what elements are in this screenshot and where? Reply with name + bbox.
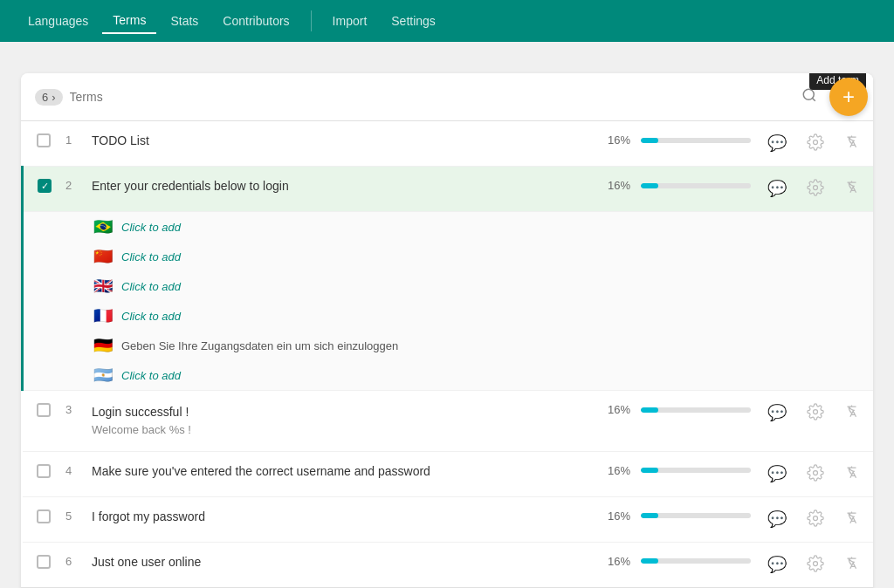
flag-ar: 🇦🇷 [93, 366, 113, 385]
translate-icon[interactable] [845, 509, 863, 527]
row-checkbox-3[interactable] [37, 403, 51, 417]
progress-pct: 16% [608, 509, 634, 523]
cell-checkbox [23, 391, 59, 452]
speech-bubble-icon[interactable]: 💬 [767, 180, 787, 197]
translation-text-fr[interactable]: Click to add [121, 310, 181, 323]
row-checkbox-4[interactable] [37, 464, 51, 478]
gear-icon[interactable] [807, 464, 824, 482]
translate-icon[interactable] [845, 403, 863, 420]
cell-checkbox [23, 542, 59, 587]
translation-row: 🇦🇷 Click to add [24, 360, 873, 390]
svg-point-0 [803, 89, 814, 99]
translation-text-gb[interactable]: Click to add [121, 280, 181, 293]
nav-stats[interactable]: Stats [160, 9, 209, 33]
gear-icon[interactable] [807, 403, 824, 420]
speech-bubble-icon[interactable]: 💬 [767, 404, 787, 421]
row-checkbox-2[interactable] [38, 179, 52, 193]
nav-languages[interactable]: Languages [17, 9, 99, 33]
translation-text-ar[interactable]: Click to add [121, 369, 181, 382]
cell-translate [835, 121, 873, 167]
gear-icon[interactable] [807, 179, 824, 196]
table-row: 6 Just one user online 16% [23, 542, 874, 587]
translation-row: 🇨🇳 Click to add [24, 242, 873, 271]
add-term-button[interactable]: + [829, 78, 868, 116]
cell-progress: 16% [601, 451, 758, 496]
translate-icon[interactable] [845, 179, 863, 196]
cell-text: Just one user online [85, 542, 601, 587]
translate-icon[interactable] [845, 133, 863, 151]
progress-bar-bg [641, 183, 751, 188]
translation-row: 🇧🇷 Click to add [24, 212, 873, 242]
cell-gear [796, 391, 835, 452]
cell-gear [796, 451, 835, 496]
nav-settings[interactable]: Settings [381, 9, 446, 33]
search-input[interactable] [70, 90, 798, 104]
nav-contributors[interactable]: Contributors [212, 9, 299, 33]
term-number: 3 [65, 403, 72, 416]
translate-icon[interactable] [845, 555, 863, 572]
gear-icon[interactable] [807, 555, 824, 572]
cell-gear [796, 121, 835, 167]
row-checkbox-6[interactable] [37, 555, 51, 569]
speech-bubble-icon[interactable]: 💬 [767, 465, 787, 482]
nav-terms[interactable]: Terms [102, 8, 156, 34]
term-text-line2: Welcome back %s ! [92, 421, 594, 439]
svg-point-3 [814, 186, 818, 190]
flag-de: 🇩🇪 [93, 336, 113, 355]
cell-translate [835, 391, 873, 452]
cell-text: Login successful ! Welcome back %s ! [85, 391, 601, 452]
term-number: 5 [65, 509, 72, 523]
term-text: Enter your credentials below to login [92, 179, 289, 193]
term-text: Just one user online [92, 555, 201, 569]
cell-text: Make sure you've entered the correct use… [85, 451, 601, 496]
svg-point-2 [814, 140, 818, 145]
progress-bar-fill [641, 407, 658, 413]
progress-bar-bg [641, 513, 751, 518]
cell-gear [796, 167, 835, 212]
row-checkbox-5[interactable] [37, 509, 51, 523]
svg-point-7 [814, 561, 818, 565]
speech-bubble-icon[interactable]: 💬 [767, 510, 787, 528]
cell-speech: 💬 [758, 542, 796, 587]
progress-bar-bg [641, 407, 751, 413]
cell-num: 3 [58, 391, 85, 452]
flag-gb: 🇬🇧 [93, 277, 113, 296]
speech-bubble-icon[interactable]: 💬 [767, 556, 787, 573]
gear-icon[interactable] [807, 509, 824, 527]
search-bar: 6 › Add term + [21, 73, 873, 121]
translation-text-de: Geben Sie Ihre Zugangsdaten ein um sich … [121, 339, 398, 352]
svg-point-5 [814, 470, 818, 475]
cell-progress: 16% [601, 391, 758, 452]
cell-speech: 💬 [758, 121, 796, 167]
svg-point-4 [814, 410, 818, 414]
term-number: 4 [65, 464, 72, 477]
term-text: TODO List [92, 133, 149, 147]
speech-bubble-icon[interactable]: 💬 [767, 134, 787, 152]
cell-progress: 16% [601, 121, 758, 167]
translation-text-br[interactable]: Click to add [121, 221, 181, 234]
progress-bar-fill [641, 183, 658, 188]
progress-bar-fill [641, 558, 658, 564]
translation-row: 🇬🇧 Click to add [24, 271, 873, 301]
term-number: 6 [65, 555, 72, 568]
table-row: 4 Make sure you've entered the correct u… [23, 451, 874, 496]
gear-icon[interactable] [807, 133, 824, 151]
translation-text-cn[interactable]: Click to add [121, 250, 181, 263]
term-count-badge: 6 › [35, 89, 63, 106]
progress-pct: 16% [608, 179, 634, 192]
cell-text: Enter your credentials below to login [85, 167, 601, 212]
nav-divider [311, 10, 312, 31]
svg-point-6 [814, 516, 818, 520]
cell-num: 5 [58, 496, 85, 542]
progress-bar-fill [641, 138, 658, 143]
cell-progress: 16% [601, 542, 758, 587]
progress-pct: 16% [608, 133, 634, 147]
row-checkbox-1[interactable] [37, 133, 51, 147]
cell-translate [835, 496, 873, 542]
cell-speech: 💬 [758, 451, 796, 496]
translation-row: 🇫🇷 Click to add [24, 301, 873, 331]
translate-icon[interactable] [845, 464, 863, 482]
term-number: 1 [65, 133, 72, 147]
nav-import[interactable]: Import [322, 9, 378, 33]
flag-cn: 🇨🇳 [93, 247, 113, 266]
